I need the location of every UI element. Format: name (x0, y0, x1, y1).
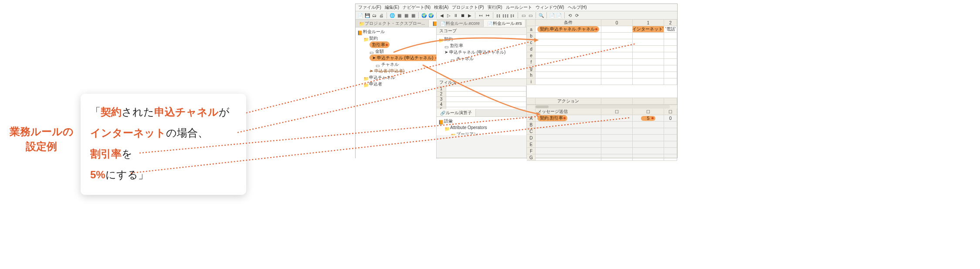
cond-g-rule[interactable] (536, 65, 601, 72)
grid1-icon[interactable]: ▦ (396, 12, 402, 18)
bars2-icon[interactable]: ⫿⫿⫿ (502, 12, 509, 18)
print-icon[interactable]: 🖨 (378, 12, 384, 18)
menu-rulesheet[interactable]: ルールシート (506, 4, 532, 10)
cond-d-rule[interactable] (536, 46, 601, 52)
tab-operators[interactable]: 🔗 ルール演算子 (437, 109, 476, 116)
menu-project[interactable]: プロジェクト(P) (452, 4, 484, 10)
cond-f-c1[interactable] (633, 59, 664, 65)
cond-g-c0[interactable] (601, 65, 633, 72)
nav-play-icon[interactable]: ▷ (446, 12, 452, 18)
act-msg-c2[interactable]: ☐ (664, 109, 677, 115)
act-row-G[interactable]: G (527, 154, 677, 161)
save-icon[interactable]: 💾 (364, 12, 370, 18)
act-A-c0[interactable] (601, 115, 633, 121)
cond-a-c1[interactable]: 'インターネット' (633, 26, 664, 32)
cond-h-c0[interactable] (601, 72, 633, 78)
filter-val-3[interactable] (446, 97, 526, 102)
act-D-c0[interactable] (601, 135, 633, 141)
cond-f-c0[interactable] (601, 59, 633, 65)
menu-edit[interactable]: 編集(E) (385, 4, 399, 10)
tree-applicant-assoc[interactable]: ➤ 申込者 (申込者) (357, 68, 436, 74)
cond-e-rule[interactable] (536, 52, 601, 58)
act-A-c2[interactable]: 0 (664, 115, 677, 121)
layout1-icon[interactable]: ▭ (520, 12, 526, 18)
cond-c-c0[interactable] (601, 39, 633, 45)
cond-d-c0[interactable] (601, 46, 633, 52)
act-row-C[interactable]: C (527, 128, 677, 135)
scope-discount[interactable]: ▭ 割引率 (438, 42, 526, 49)
nav-stop-icon[interactable]: ⏹ (460, 12, 466, 18)
tree-apply-channel-assoc[interactable]: ➤ 申込チャネル (申込チャネル) (357, 54, 436, 61)
tree-amount[interactable]: ▭ 金額 (357, 48, 436, 54)
cond-h-c1[interactable] (633, 72, 664, 78)
cond-h-c2[interactable] (664, 72, 677, 78)
globe-icon[interactable]: 🌐 (389, 12, 395, 18)
bars1-icon[interactable]: ⫿⫿ (495, 12, 502, 18)
act-E-c0[interactable] (601, 141, 633, 147)
cond-c-c2[interactable] (664, 39, 677, 45)
cond-row-d[interactable]: d (527, 46, 677, 52)
cond-row-h[interactable]: h (527, 72, 677, 78)
cond-row-f[interactable]: f (527, 59, 677, 65)
filter-val-1[interactable] (446, 86, 526, 91)
search-icon[interactable]: 🔍 (538, 12, 544, 18)
menu-run[interactable]: 実行(R) (488, 4, 502, 10)
cond-a-c2[interactable]: '電話' (664, 26, 677, 32)
cond-h-rule[interactable] (536, 72, 601, 78)
cond-row-g[interactable]: g (527, 65, 677, 72)
scope-tree[interactable]: 📁 契約 ▭ 割引率 ➤ 申込チャネル (申込チャネル) ▭ チャネル (437, 35, 526, 78)
tree-apply-channel-ent[interactable]: 📁 申込チャネル (357, 74, 436, 81)
cond-b-c2[interactable] (664, 33, 677, 39)
checkbox-icon[interactable]: ☐ (668, 109, 672, 114)
filter-val-4[interactable] (446, 102, 526, 107)
cond-i-c0[interactable] (601, 78, 633, 85)
grid3-icon[interactable]: ▦ (410, 12, 416, 18)
cond-row-i[interactable]: i (527, 78, 677, 85)
filter-grid[interactable]: 1234567 (437, 86, 526, 109)
cond-i-rule[interactable] (536, 78, 601, 85)
menu-navigate[interactable]: ナビゲート(N) (403, 4, 431, 10)
align-r-icon[interactable]: ↦ (485, 12, 491, 18)
earth1-icon[interactable]: 🌍 (421, 12, 427, 18)
cond-b-c1[interactable] (633, 33, 664, 39)
act-F-rule[interactable] (536, 148, 601, 154)
cond-row-c[interactable]: c (527, 39, 677, 46)
tree-discount[interactable]: 割引率 (357, 41, 436, 48)
act-G-c1[interactable] (633, 154, 664, 160)
action-scrollbar[interactable] (527, 105, 677, 109)
tree-contract[interactable]: 📁 契約 (357, 35, 436, 41)
act-row-F[interactable]: F (527, 148, 677, 154)
doc2-icon[interactable]: 📄 (556, 12, 562, 18)
tree-channel[interactable]: ▭ チャネル (357, 61, 436, 68)
cond-e-c0[interactable] (601, 52, 633, 58)
cond-i-c2[interactable] (664, 78, 677, 85)
filter-row-4[interactable]: 4 (437, 102, 526, 107)
act-msg-c1[interactable]: ☐ (633, 109, 664, 115)
menu-search[interactable]: 検索(A) (434, 4, 448, 10)
earth2-icon[interactable]: 🌍 (428, 12, 434, 18)
align-l-icon[interactable]: ↤ (478, 12, 484, 18)
act-B-rule[interactable] (536, 122, 601, 128)
tree-applicant-ent[interactable]: 📁 申込者 (357, 81, 436, 87)
filter-row-2[interactable]: 2 (437, 92, 526, 97)
act-G-c0[interactable] (601, 154, 633, 160)
filter-row-3[interactable]: 3 (437, 97, 526, 102)
op-attr[interactable]: 📁 Attribute Operators (438, 124, 526, 131)
op-bool[interactable]: 📁 ブーリアン (438, 131, 526, 135)
cond-d-c2[interactable] (664, 46, 677, 52)
cond-row-b[interactable]: b (527, 33, 677, 39)
cond-c-rule[interactable] (536, 39, 601, 45)
act-C-c2[interactable] (664, 128, 677, 134)
tab-project-explorer[interactable]: 📁 プロジェクト・エクスプロー... (356, 20, 429, 27)
nav-pause-icon[interactable]: ⏸ (453, 12, 459, 18)
act-C-rule[interactable] (536, 128, 601, 134)
cond-a-rule[interactable]: 契約.申込チャネル.チャネル (536, 26, 601, 32)
act-E-c1[interactable] (633, 141, 664, 147)
nav-fwd-icon[interactable]: ▶ (467, 12, 473, 18)
act-B-c2[interactable] (664, 122, 677, 128)
act-row-A[interactable]: A 契約.割引率 5 0 (527, 115, 677, 122)
cond-g-c2[interactable] (664, 65, 677, 72)
new-icon[interactable]: 📄 (357, 12, 363, 18)
act-F-c0[interactable] (601, 148, 633, 154)
checkbox-icon[interactable]: ☐ (646, 109, 650, 114)
